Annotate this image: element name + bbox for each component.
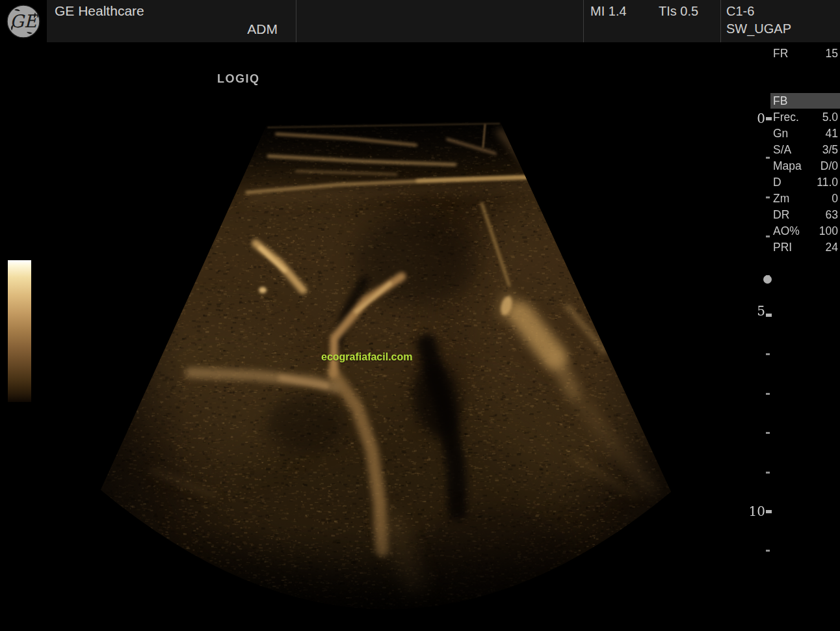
param-label: Frec. xyxy=(773,109,799,126)
ge-logo-icon: GE xyxy=(6,4,41,39)
ultrasound-screen: LOGIQ ecografiafacil.com GE GE Healthcar… xyxy=(0,0,840,631)
depth-label-5: 5 xyxy=(747,303,765,319)
param-label: FB xyxy=(773,93,787,109)
depth-tick xyxy=(766,196,770,198)
param-value: 0 xyxy=(832,191,838,207)
param-row-gain[interactable]: Gn 41 xyxy=(770,126,840,142)
depth-label-10: 10 xyxy=(747,503,765,519)
param-value: 24 xyxy=(826,239,838,256)
topbar-divider xyxy=(583,0,584,42)
param-label: DR xyxy=(773,207,789,223)
ultrasound-image-canvas[interactable] xyxy=(0,0,840,631)
param-label: Mapa xyxy=(773,158,802,174)
depth-tick xyxy=(766,235,770,237)
focus-marker[interactable] xyxy=(763,275,772,284)
param-row-depth[interactable]: D 11.0 xyxy=(770,174,840,191)
param-value: 3/5 xyxy=(822,142,838,158)
topbar-divider xyxy=(296,0,296,42)
depth-tick xyxy=(766,472,770,474)
depth-tick xyxy=(766,157,770,159)
param-row-zoom[interactable]: Zm 0 xyxy=(770,191,840,207)
param-row-dr[interactable]: DR 63 xyxy=(770,207,840,223)
ge-logo: GE xyxy=(0,0,47,42)
param-label: Gn xyxy=(773,126,788,142)
brand-title: GE Healthcare xyxy=(55,3,144,19)
depth-tick xyxy=(766,117,772,120)
param-value: 11.0 xyxy=(817,174,838,191)
param-value: 41 xyxy=(826,126,838,142)
preset-label: ADM xyxy=(55,21,278,37)
tis-indicator: TIs 0.5 xyxy=(659,4,698,19)
depth-tick xyxy=(766,314,772,317)
param-row-frec[interactable]: Frec. 5.0 xyxy=(770,109,840,126)
param-row-ao[interactable]: AO% 100 xyxy=(770,223,840,239)
param-label: PRI xyxy=(773,239,792,256)
software-preset-label: SW_UGAP xyxy=(726,21,791,36)
depth-tick xyxy=(766,510,772,513)
param-row-map[interactable]: Mapa D/0 xyxy=(770,158,840,174)
param-label: D xyxy=(773,174,781,191)
probe-indicator: C1-6 xyxy=(726,4,754,19)
param-value: 63 xyxy=(826,207,838,223)
param-row-sa[interactable]: S/A 3/5 xyxy=(770,142,840,158)
ge-monogram-text: GE xyxy=(10,11,39,31)
grayscale-map-bar xyxy=(8,260,31,402)
watermark-text: ecografiafacil.com xyxy=(321,351,413,363)
depth-tick xyxy=(766,393,770,395)
depth-tick xyxy=(766,550,770,552)
param-value: D/0 xyxy=(820,158,838,174)
param-value: 5.0 xyxy=(822,109,838,126)
top-status-bar: GE GE Healthcare ADM MI 1.4 TIs 0.5 C1-6… xyxy=(0,0,840,42)
depth-tick xyxy=(766,353,770,355)
param-label: FR xyxy=(773,46,788,62)
topbar-divider xyxy=(720,0,721,42)
fb-indicator-row[interactable]: FB xyxy=(770,93,840,109)
param-row-pri[interactable]: PRI 24 xyxy=(770,239,840,256)
param-value: 100 xyxy=(819,223,838,239)
depth-label-0: 0 xyxy=(747,111,765,126)
logiq-model-label: LOGIQ xyxy=(217,72,260,86)
depth-tick xyxy=(766,432,770,434)
param-value: 15 xyxy=(826,46,838,62)
param-label: AO% xyxy=(773,223,800,239)
frame-rate-row[interactable]: FR 15 xyxy=(770,46,840,62)
param-label: S/A xyxy=(773,142,791,158)
param-label: Zm xyxy=(773,191,789,207)
mi-indicator: MI 1.4 xyxy=(590,4,627,19)
